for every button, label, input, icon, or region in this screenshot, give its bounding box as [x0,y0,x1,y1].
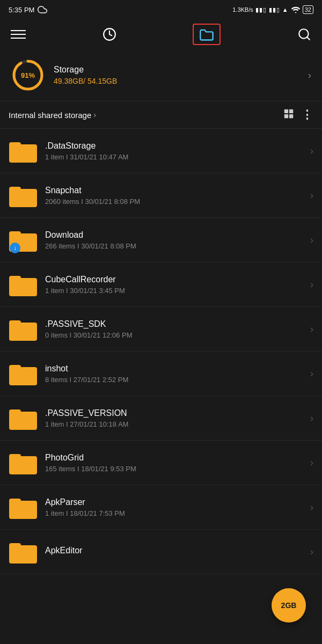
storage-card[interactable]: 91% Storage 49.38GB/ 54.15GB › [0,49,322,101]
storage-fab[interactable]: 2GB [272,588,306,623]
svg-rect-5 [284,109,288,113]
file-chevron-icon: › [310,145,313,157]
svg-rect-18 [9,320,21,326]
list-item[interactable]: .PASSIVE_VERSION1 item I 27/01/21 10:18 … [0,396,322,441]
storage-percent: 91% [21,71,35,79]
file-chevron-icon: › [310,457,313,469]
status-left: 5:35 PM [9,5,47,14]
folder-icon-wrap [9,537,38,566]
path-actions: ⋮ [283,108,313,122]
file-meta: 2060 items I 30/01/21 8:08 PM [45,197,306,206]
wifi-icon [291,6,301,13]
path-text[interactable]: Internal shared storage › [9,111,96,120]
svg-rect-28 [9,543,21,548]
folder-icon-wrap [9,448,38,477]
folder-icon [9,184,37,207]
list-item[interactable]: PhotoGrid165 items I 18/01/21 9:53 PM› [0,441,322,485]
storage-chevron: › [308,70,311,81]
storage-size: 49.38GB/ 54.15GB [54,77,308,85]
svg-rect-22 [9,409,21,415]
file-chevron-icon: › [310,190,313,201]
file-info: PhotoGrid165 items I 18/01/21 9:53 PM [45,453,306,473]
file-info: inshot8 items I 27/01/21 2:52 PM [45,364,306,384]
file-meta: 1 item I 27/01/21 10:18 AM [45,420,306,428]
file-name: .PASSIVE_VERSION [45,408,306,418]
file-name: CubeCallRecorder [45,275,306,284]
path-label: Internal shared storage [9,111,91,120]
svg-rect-10 [9,142,21,148]
status-right: 1.3KB/s ▮▮▯ ▮▮▯ ▲ 32 [232,5,313,14]
list-item[interactable]: ApkParser1 item I 18/01/21 7:53 PM› [0,485,322,530]
path-chevron-icon: › [93,111,96,119]
status-bar: 5:35 PM 1.3KB/s ▮▮▯ ▮▮▯ ▲ 32 [0,0,322,19]
list-item[interactable]: inshot8 items I 27/01/21 2:52 PM› [0,352,322,396]
file-name: PhotoGrid [45,453,306,463]
signal-icons: ▮▮▯ ▮▮▯ ▲ [255,6,289,13]
file-info: Download266 items I 30/01/21 8:08 PM [45,230,306,250]
file-name: inshot [45,364,306,374]
file-chevron-icon: › [310,279,313,290]
folder-tab-button[interactable] [193,24,221,45]
folder-icon-wrap [9,225,38,254]
file-info: .PASSIVE_SDK0 items I 30/01/21 12:06 PM [45,319,306,339]
list-item[interactable]: Snapchat2060 items I 30/01/21 8:08 PM› [0,173,322,218]
network-speed: 1.3KB/s [232,6,253,13]
file-chevron-icon: › [310,324,313,335]
path-bar[interactable]: Internal shared storage › ⋮ [0,101,322,129]
folder-icon [9,495,37,519]
file-meta: 266 items I 30/01/21 8:08 PM [45,242,306,250]
file-meta: 165 items I 18/01/21 9:53 PM [45,465,306,473]
svg-rect-26 [9,499,21,504]
file-info: Snapchat2060 items I 30/01/21 8:08 PM [45,186,306,206]
file-name: .DataStorage [45,141,306,151]
folder-icon-wrap [9,493,38,522]
list-item[interactable]: .PASSIVE_SDK0 items I 30/01/21 12:06 PM› [0,307,322,352]
file-name: ApkEditor [45,546,306,555]
list-item[interactable]: Download266 items I 30/01/21 8:08 PM› [0,218,322,262]
file-meta: 1 item I 18/01/21 7:53 PM [45,509,306,517]
more-options-button[interactable]: ⋮ [301,109,313,121]
file-chevron-icon: › [310,413,313,424]
folder-icon [9,139,37,163]
file-meta: 1 item I 31/01/21 10:47 AM [45,153,306,161]
folder-icon [9,406,37,430]
cloud-icon [38,5,47,14]
folder-icon-wrap [9,270,38,299]
search-button[interactable] [297,27,311,41]
nav-bar [0,19,322,49]
file-info: .PASSIVE_VERSION1 item I 27/01/21 10:18 … [45,408,306,428]
svg-rect-20 [9,365,21,370]
battery-indicator: 32 [303,5,313,14]
history-button[interactable] [103,27,116,41]
grid-icon [283,108,295,120]
file-chevron-icon: › [310,235,313,246]
menu-button[interactable] [11,27,26,42]
storage-ring: 91% [11,58,45,92]
file-name: ApkParser [45,497,306,507]
storage-title: Storage [54,65,308,75]
list-item[interactable]: ApkEditor› [0,530,322,574]
folder-icon-wrap [9,359,38,388]
list-item[interactable]: CubeCallRecorder1 item I 30/01/21 3:45 P… [0,262,322,307]
file-name: Download [45,230,306,240]
file-chevron-icon: › [310,502,313,513]
svg-rect-8 [289,114,293,118]
file-list: .DataStorage1 item I 31/01/21 10:47 AM› … [0,129,322,574]
folder-icon [9,273,37,296]
file-name: Snapchat [45,186,306,195]
storage-info: Storage 49.38GB/ 54.15GB [54,65,308,85]
file-name: .PASSIVE_SDK [45,319,306,329]
svg-rect-16 [9,276,21,281]
file-info: ApkEditor [45,546,306,558]
file-info: ApkParser1 item I 18/01/21 7:53 PM [45,497,306,517]
grid-view-button[interactable] [283,108,295,122]
folder-icon-wrap [9,136,38,165]
folder-icon [9,540,37,564]
folder-nav-icon [199,28,214,41]
svg-rect-12 [9,187,21,192]
search-icon [297,27,311,41]
file-meta: 8 items I 27/01/21 2:52 PM [45,376,306,384]
fab-label: 2GB [281,601,297,610]
folder-icon [9,362,37,385]
list-item[interactable]: .DataStorage1 item I 31/01/21 10:47 AM› [0,129,322,173]
